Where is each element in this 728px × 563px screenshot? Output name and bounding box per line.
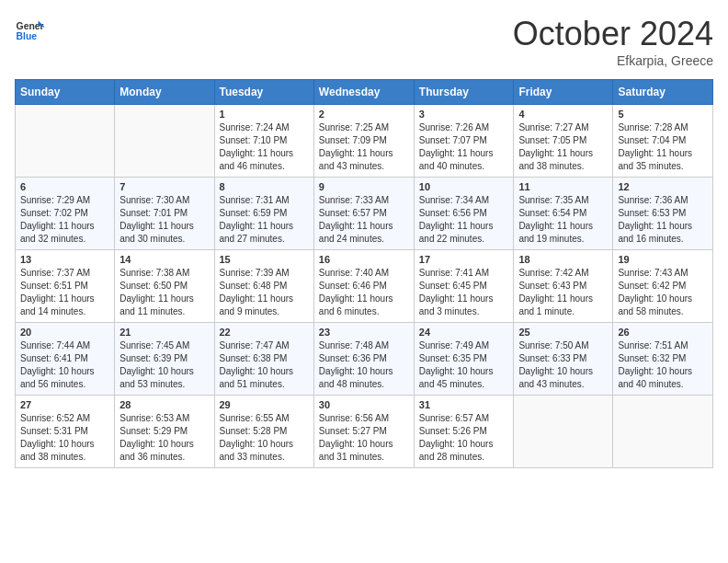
day-info: Sunrise: 7:47 AM Sunset: 6:38 PM Dayligh… bbox=[220, 339, 309, 391]
day-number: 4 bbox=[518, 109, 608, 120]
day-number: 3 bbox=[419, 109, 509, 120]
day-number: 28 bbox=[119, 399, 209, 410]
day-info: Sunrise: 7:51 AM Sunset: 6:32 PM Dayligh… bbox=[618, 339, 708, 391]
calendar-cell: 25Sunrise: 7:50 AM Sunset: 6:33 PM Dayli… bbox=[514, 323, 613, 396]
day-info: Sunrise: 6:57 AM Sunset: 5:26 PM Dayligh… bbox=[419, 412, 509, 464]
day-number: 5 bbox=[618, 109, 708, 120]
day-info: Sunrise: 7:26 AM Sunset: 7:07 PM Dayligh… bbox=[419, 121, 509, 173]
calendar-cell: 12Sunrise: 7:36 AM Sunset: 6:53 PM Dayli… bbox=[613, 178, 713, 250]
calendar-cell: 6Sunrise: 7:29 AM Sunset: 7:02 PM Daylig… bbox=[16, 178, 115, 250]
day-number: 14 bbox=[119, 254, 209, 265]
calendar-cell: 29Sunrise: 6:55 AM Sunset: 5:28 PM Dayli… bbox=[214, 396, 313, 468]
day-info: Sunrise: 7:49 AM Sunset: 6:35 PM Dayligh… bbox=[419, 339, 509, 391]
day-info: Sunrise: 7:41 AM Sunset: 6:45 PM Dayligh… bbox=[419, 267, 509, 318]
day-number: 31 bbox=[419, 399, 509, 410]
day-number: 10 bbox=[419, 181, 509, 192]
day-number: 22 bbox=[220, 327, 309, 338]
weekday-header-thursday: Thursday bbox=[414, 80, 514, 105]
calendar-week-1: 1Sunrise: 7:24 AM Sunset: 7:10 PM Daylig… bbox=[16, 105, 713, 178]
calendar-cell: 8Sunrise: 7:31 AM Sunset: 6:59 PM Daylig… bbox=[214, 178, 313, 250]
logo-icon: General Blue bbox=[15, 15, 44, 44]
weekday-header-saturday: Saturday bbox=[613, 80, 713, 105]
logo: General Blue bbox=[15, 15, 44, 44]
title-block: October 2024 Efkarpia, Greece bbox=[513, 15, 713, 68]
calendar-cell: 17Sunrise: 7:41 AM Sunset: 6:45 PM Dayli… bbox=[414, 250, 514, 323]
calendar-cell: 13Sunrise: 7:37 AM Sunset: 6:51 PM Dayli… bbox=[16, 250, 115, 323]
location: Efkarpia, Greece bbox=[513, 53, 713, 68]
day-number: 25 bbox=[518, 327, 608, 338]
day-info: Sunrise: 7:36 AM Sunset: 6:53 PM Dayligh… bbox=[618, 194, 708, 246]
day-info: Sunrise: 7:44 AM Sunset: 6:41 PM Dayligh… bbox=[20, 339, 109, 391]
day-info: Sunrise: 7:25 AM Sunset: 7:09 PM Dayligh… bbox=[319, 121, 409, 173]
day-info: Sunrise: 7:43 AM Sunset: 6:42 PM Dayligh… bbox=[618, 267, 708, 318]
day-number: 24 bbox=[419, 327, 509, 338]
calendar-cell: 30Sunrise: 6:56 AM Sunset: 5:27 PM Dayli… bbox=[313, 396, 414, 468]
day-number: 15 bbox=[220, 254, 309, 265]
calendar-header-row: SundayMondayTuesdayWednesdayThursdayFrid… bbox=[16, 80, 713, 105]
day-number: 27 bbox=[20, 399, 109, 410]
calendar-table: SundayMondayTuesdayWednesdayThursdayFrid… bbox=[15, 79, 713, 468]
page-header: General Blue October 2024 Efkarpia, Gree… bbox=[15, 15, 713, 68]
day-info: Sunrise: 7:31 AM Sunset: 6:59 PM Dayligh… bbox=[220, 194, 309, 246]
day-number: 29 bbox=[220, 399, 309, 410]
day-info: Sunrise: 6:52 AM Sunset: 5:31 PM Dayligh… bbox=[20, 412, 109, 464]
weekday-header-tuesday: Tuesday bbox=[214, 80, 313, 105]
calendar-body: 1Sunrise: 7:24 AM Sunset: 7:10 PM Daylig… bbox=[16, 105, 713, 468]
day-info: Sunrise: 7:50 AM Sunset: 6:33 PM Dayligh… bbox=[518, 339, 608, 391]
day-number: 6 bbox=[20, 181, 109, 192]
day-number: 21 bbox=[119, 327, 209, 338]
day-info: Sunrise: 6:55 AM Sunset: 5:28 PM Dayligh… bbox=[220, 412, 309, 464]
weekday-header-friday: Friday bbox=[514, 80, 613, 105]
day-info: Sunrise: 7:45 AM Sunset: 6:39 PM Dayligh… bbox=[119, 339, 209, 391]
day-number: 9 bbox=[319, 181, 409, 192]
weekday-header-monday: Monday bbox=[115, 80, 214, 105]
calendar-cell: 9Sunrise: 7:33 AM Sunset: 6:57 PM Daylig… bbox=[313, 178, 414, 250]
calendar-week-4: 20Sunrise: 7:44 AM Sunset: 6:41 PM Dayli… bbox=[16, 323, 713, 396]
day-number: 13 bbox=[20, 254, 109, 265]
calendar-cell: 22Sunrise: 7:47 AM Sunset: 6:38 PM Dayli… bbox=[214, 323, 313, 396]
day-info: Sunrise: 7:28 AM Sunset: 7:04 PM Dayligh… bbox=[618, 121, 708, 173]
calendar-cell: 16Sunrise: 7:40 AM Sunset: 6:46 PM Dayli… bbox=[313, 250, 414, 323]
day-info: Sunrise: 7:48 AM Sunset: 6:36 PM Dayligh… bbox=[319, 339, 409, 391]
calendar-cell: 1Sunrise: 7:24 AM Sunset: 7:10 PM Daylig… bbox=[214, 105, 313, 178]
calendar-cell bbox=[514, 396, 613, 468]
calendar-cell: 26Sunrise: 7:51 AM Sunset: 6:32 PM Dayli… bbox=[613, 323, 713, 396]
month-title: October 2024 bbox=[513, 15, 713, 53]
day-info: Sunrise: 7:40 AM Sunset: 6:46 PM Dayligh… bbox=[319, 267, 409, 318]
weekday-header-sunday: Sunday bbox=[16, 80, 115, 105]
day-info: Sunrise: 6:56 AM Sunset: 5:27 PM Dayligh… bbox=[319, 412, 409, 464]
calendar-cell: 27Sunrise: 6:52 AM Sunset: 5:31 PM Dayli… bbox=[16, 396, 115, 468]
calendar-cell: 19Sunrise: 7:43 AM Sunset: 6:42 PM Dayli… bbox=[613, 250, 713, 323]
day-info: Sunrise: 7:37 AM Sunset: 6:51 PM Dayligh… bbox=[20, 267, 109, 318]
day-number: 18 bbox=[518, 254, 608, 265]
calendar-cell: 14Sunrise: 7:38 AM Sunset: 6:50 PM Dayli… bbox=[115, 250, 214, 323]
calendar-cell bbox=[613, 396, 713, 468]
day-number: 23 bbox=[319, 327, 409, 338]
day-info: Sunrise: 7:35 AM Sunset: 6:54 PM Dayligh… bbox=[518, 194, 608, 246]
day-info: Sunrise: 7:39 AM Sunset: 6:48 PM Dayligh… bbox=[220, 267, 309, 318]
day-info: Sunrise: 7:34 AM Sunset: 6:56 PM Dayligh… bbox=[419, 194, 509, 246]
day-number: 2 bbox=[319, 109, 409, 120]
calendar-cell: 4Sunrise: 7:27 AM Sunset: 7:05 PM Daylig… bbox=[514, 105, 613, 178]
day-number: 8 bbox=[220, 181, 309, 192]
day-number: 11 bbox=[518, 181, 608, 192]
calendar-cell: 10Sunrise: 7:34 AM Sunset: 6:56 PM Dayli… bbox=[414, 178, 514, 250]
calendar-cell: 28Sunrise: 6:53 AM Sunset: 5:29 PM Dayli… bbox=[115, 396, 214, 468]
calendar-cell: 23Sunrise: 7:48 AM Sunset: 6:36 PM Dayli… bbox=[313, 323, 414, 396]
day-info: Sunrise: 7:38 AM Sunset: 6:50 PM Dayligh… bbox=[119, 267, 209, 318]
day-number: 12 bbox=[618, 181, 708, 192]
calendar-cell: 18Sunrise: 7:42 AM Sunset: 6:43 PM Dayli… bbox=[514, 250, 613, 323]
calendar-cell: 15Sunrise: 7:39 AM Sunset: 6:48 PM Dayli… bbox=[214, 250, 313, 323]
calendar-cell: 21Sunrise: 7:45 AM Sunset: 6:39 PM Dayli… bbox=[115, 323, 214, 396]
day-number: 7 bbox=[119, 181, 209, 192]
day-number: 20 bbox=[20, 327, 109, 338]
day-info: Sunrise: 7:42 AM Sunset: 6:43 PM Dayligh… bbox=[518, 267, 608, 318]
day-info: Sunrise: 7:30 AM Sunset: 7:01 PM Dayligh… bbox=[119, 194, 209, 246]
day-number: 30 bbox=[319, 399, 409, 410]
day-number: 17 bbox=[419, 254, 509, 265]
day-number: 26 bbox=[618, 327, 708, 338]
calendar-cell: 5Sunrise: 7:28 AM Sunset: 7:04 PM Daylig… bbox=[613, 105, 713, 178]
day-info: Sunrise: 7:24 AM Sunset: 7:10 PM Dayligh… bbox=[220, 121, 309, 173]
day-info: Sunrise: 6:53 AM Sunset: 5:29 PM Dayligh… bbox=[119, 412, 209, 464]
day-info: Sunrise: 7:33 AM Sunset: 6:57 PM Dayligh… bbox=[319, 194, 409, 246]
